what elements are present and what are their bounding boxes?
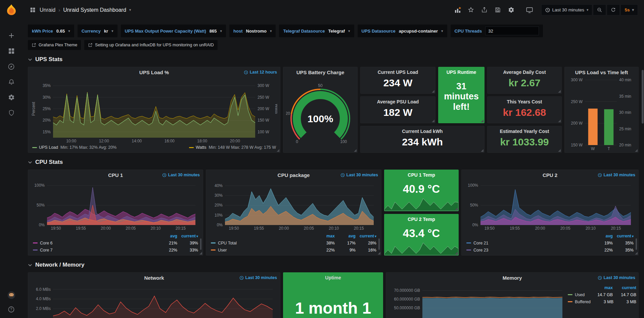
variable-kwh-price[interactable]: kWh Price 0.65 ▾ — [28, 25, 74, 37]
variable-telegraf-datasource[interactable]: Telegraf Datasource Telegraf ▾ — [279, 25, 354, 37]
panel-resize-handle[interactable] — [432, 90, 434, 93]
cpu-package-chart[interactable]: 40%30%20%10%0%19:5019:5520:0020:0520:102… — [209, 180, 378, 231]
breadcrumb-dashboard-title[interactable]: Unraid System Dashboard — [63, 7, 126, 13]
refresh-interval-dropdown[interactable]: 5s ▾ — [620, 4, 638, 15]
time-range-picker[interactable]: Last 30 minutes ▾ — [541, 4, 593, 15]
panel-title[interactable]: CPU 2 Temp — [406, 217, 436, 222]
panel-resize-handle[interactable] — [199, 252, 202, 255]
legend-scrollbar[interactable] — [378, 238, 380, 250]
network-chart[interactable]: 6.0 MBs4.0 MBs2.0 MBs — [31, 283, 277, 318]
legend-series[interactable]: Core 21 — [466, 241, 592, 245]
legend-series-ups-load[interactable]: UPS Load Min: 17% Max: 32% Avg: 20% — [32, 145, 117, 150]
cpu2-chart[interactable]: 100%50%0%19:5019:5520:0020:0520:1020:15 — [464, 180, 636, 231]
save-button[interactable] — [493, 5, 503, 15]
legend-sort-current[interactable]: current — [613, 285, 636, 290]
dashboards-icon[interactable] — [7, 47, 15, 55]
panel-resize-handle[interactable] — [635, 252, 638, 255]
create-plus-icon[interactable] — [7, 32, 15, 40]
panel-resize-handle[interactable] — [354, 149, 357, 152]
breadcrumb-folder[interactable]: Unraid — [40, 7, 55, 13]
cpu-threads-input[interactable] — [485, 27, 539, 35]
legend-scrollbar[interactable] — [636, 238, 637, 250]
panel-title[interactable]: Average PSU Load — [376, 99, 420, 104]
panel-title[interactable]: Network — [144, 275, 164, 281]
panel-resize-handle[interactable] — [432, 120, 434, 122]
variable-ups-max-output[interactable]: UPS Max Output Power Capacity (Watt) 865… — [121, 25, 226, 37]
legend-sort-max[interactable]: max — [589, 285, 613, 290]
legend-series[interactable]: Buffered — [568, 300, 591, 304]
panel-title[interactable]: This Years Cost — [506, 99, 544, 104]
section-ups-stats[interactable]: UPS Stats — [28, 56, 639, 63]
legend-series[interactable]: Core 7 — [33, 248, 156, 253]
cpu1-chart[interactable]: 100%50%0%19:5019:5520:0020:0520:1020:15 — [31, 180, 200, 231]
navbar: Unraid › Unraid System Dashboard ▾ — [22, 0, 644, 20]
window-scrollbar-thumb[interactable] — [642, 70, 644, 124]
cycle-view-mode-button[interactable] — [524, 5, 535, 15]
variable-currency[interactable]: Currency kr ▾ — [78, 25, 118, 37]
dashboard-settings-button[interactable] — [506, 5, 516, 15]
grafana-logo[interactable] — [5, 3, 18, 17]
panel-title[interactable]: CPU 2 — [543, 172, 557, 178]
chevron-down-icon[interactable]: ▾ — [129, 8, 131, 12]
legend-series[interactable]: User — [211, 248, 314, 253]
legend-sort-current[interactable]: current▾ — [177, 234, 198, 238]
legend-series[interactable]: Core 23 — [466, 248, 592, 253]
panel-title[interactable]: Estimated Yearly Cost — [499, 129, 551, 134]
memory-chart[interactable]: 70.000000 GB60.000000 GB50.000000 GB — [389, 283, 565, 318]
legend-sort-avg[interactable]: avg — [592, 234, 613, 238]
legend-series[interactable]: Used — [568, 292, 589, 297]
panel-resize-handle[interactable] — [558, 90, 561, 93]
legend-series[interactable]: CPU Total — [211, 241, 314, 245]
server-admin-shield-icon[interactable] — [7, 109, 15, 117]
panel-title[interactable]: UPS Load % — [139, 70, 169, 75]
alerting-bell-icon[interactable] — [7, 78, 15, 86]
panel-title[interactable]: UPS Battery Charge — [296, 70, 344, 75]
legend-sort-avg[interactable]: avg — [335, 234, 356, 238]
legend-sort-current[interactable]: current▾ — [613, 234, 634, 238]
legend-series[interactable]: Core 6 — [33, 241, 156, 245]
panel-title[interactable]: Current Load kWh — [401, 129, 444, 134]
panel-title[interactable]: Average Daily Cost — [502, 70, 547, 75]
ups-load-chart[interactable]: 35%30%25%20%15%300 W250 W200 W150 W100 W… — [31, 77, 277, 144]
zoom-out-button[interactable] — [593, 4, 606, 15]
panel-resize-handle[interactable] — [378, 252, 380, 255]
panel-resize-handle[interactable] — [455, 252, 458, 255]
panel-title[interactable]: Current UPS Load — [376, 70, 420, 75]
add-panel-button[interactable] — [453, 5, 463, 15]
legend-sort-avg[interactable]: avg — [156, 234, 177, 238]
panel-title[interactable]: CPU 1 Temp — [406, 172, 436, 178]
variable-ups-datasource[interactable]: UPS Datasource apcupsd-container ▾ — [358, 25, 447, 37]
variable-host[interactable]: host Nostromo ▾ — [229, 25, 276, 37]
panel-title[interactable]: UPS Runtime — [445, 70, 478, 75]
panel-title[interactable]: UPS Load vs Time left — [575, 70, 628, 75]
panel-resize-handle[interactable] — [558, 149, 561, 152]
section-cpu-stats[interactable]: CPU Stats — [28, 159, 639, 166]
panel-resize-handle[interactable] — [481, 120, 484, 122]
explore-compass-icon[interactable] — [7, 62, 15, 71]
legend-scrollbar[interactable] — [200, 238, 201, 250]
legend-series-watts[interactable]: Watts Min: 148 W Max: 278 W Avg: 175 W — [189, 145, 276, 150]
configuration-gear-icon[interactable] — [7, 93, 15, 101]
svg-text:100%: 100% — [308, 113, 333, 124]
panel-resize-handle[interactable] — [635, 149, 638, 152]
panel-title[interactable]: Uptime — [324, 275, 342, 280]
panel-title[interactable]: CPU package — [278, 172, 310, 178]
section-network-memory[interactable]: Network / Memory — [28, 262, 639, 268]
ups-load-vs-time-chart[interactable]: 300 W250 W200 W150 W40 min35 min30 min25… — [567, 77, 636, 152]
panel-resize-handle[interactable] — [481, 149, 484, 152]
legend-sort-max[interactable]: max — [314, 234, 335, 238]
panel-title[interactable]: Memory — [503, 275, 522, 281]
panel-resize-handle[interactable] — [277, 149, 279, 152]
help-icon[interactable]: ? — [7, 305, 15, 313]
panel-title[interactable]: CPU 1 — [108, 172, 123, 178]
main-area: Unraid › Unraid System Dashboard ▾ — [22, 0, 644, 318]
refresh-button[interactable] — [607, 4, 620, 15]
star-button[interactable] — [466, 5, 476, 15]
share-button[interactable] — [479, 5, 490, 15]
dashboard-link-grafana-plex-theme[interactable]: Grafana Plex Theme — [28, 40, 81, 50]
dashboard-link-ups-monitoring-guide[interactable]: Setting up Grafana and InfluxDB for UPS … — [84, 40, 218, 50]
legend-sort-current[interactable]: current▾ — [356, 234, 376, 238]
user-avatar[interactable] — [7, 291, 15, 299]
panel-resize-handle[interactable] — [455, 208, 458, 210]
panel-resize-handle[interactable] — [558, 120, 561, 122]
